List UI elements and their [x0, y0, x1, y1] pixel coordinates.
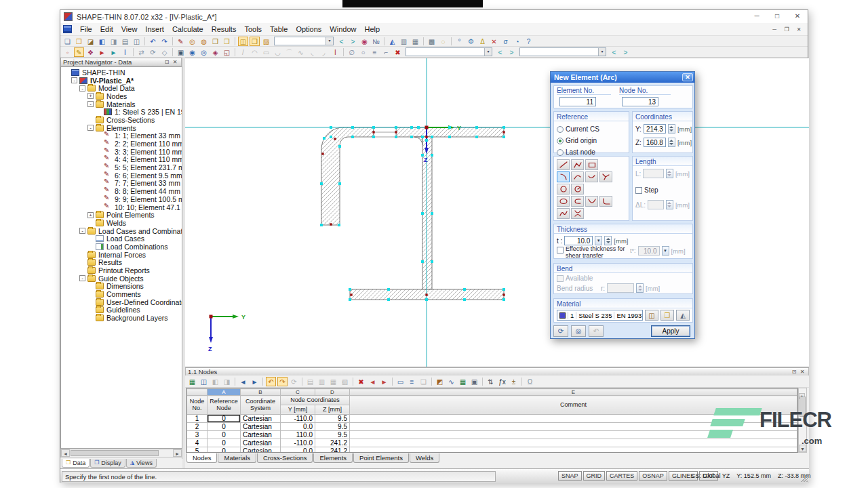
cell-r3-c1[interactable]: 0: [208, 430, 241, 439]
panel-toggle-icon[interactable]: ▭: [395, 377, 406, 386]
tree-item[interactable]: +Point Elements: [61, 211, 182, 219]
node-marker[interactable]: [502, 131, 505, 133]
table-copy-icon[interactable]: ◨: [222, 377, 232, 386]
view-warning-icon[interactable]: Δ: [477, 37, 488, 46]
row-insert-icon[interactable]: ◄: [238, 377, 248, 386]
corner-arc-tool-button[interactable]: [599, 196, 612, 207]
scroll-thumb[interactable]: [71, 450, 159, 456]
handle-marker[interactable]: [475, 126, 478, 129]
chevron-down-icon[interactable]: ▾: [484, 48, 492, 56]
menu-insert[interactable]: Insert: [141, 24, 168, 35]
cell-r1-c1[interactable]: 0: [208, 414, 241, 422]
delete-guides-icon[interactable]: ✖: [393, 47, 403, 57]
cell-r5-c5[interactable]: [350, 447, 797, 453]
row-append-icon[interactable]: ►: [250, 377, 260, 386]
formula-fx-icon[interactable]: ƒx: [497, 377, 507, 386]
material-combo-box[interactable]: 1 Steel S 235 EN 1993-1-1:200! ▾: [557, 310, 643, 321]
expander-icon[interactable]: -: [79, 85, 85, 92]
radio-grid-origin[interactable]: [557, 138, 564, 144]
node-marker[interactable]: [350, 293, 352, 296]
menu-edit[interactable]: Edit: [96, 24, 117, 35]
bend-radius-field[interactable]: [607, 283, 634, 293]
delete-rows-icon[interactable]: ✖: [356, 377, 366, 386]
guide-corner-icon[interactable]: ⌐: [381, 47, 391, 57]
navigator-tab-display[interactable]: ❐Display: [90, 459, 125, 468]
snap-point-icon[interactable]: ◦: [62, 47, 73, 57]
new-material-icon[interactable]: ❒: [660, 310, 674, 321]
row-header-4[interactable]: 4: [187, 439, 208, 447]
handle-marker[interactable]: [323, 137, 326, 140]
view-mode-3-icon[interactable]: ▦: [328, 377, 338, 386]
edit-section-icon[interactable]: ✎: [176, 37, 186, 46]
tree-item[interactable]: Welds: [61, 219, 182, 227]
save-icon[interactable]: ◧: [97, 37, 107, 46]
elem-line-icon[interactable]: /: [238, 47, 248, 57]
guide-circle-icon[interactable]: ○: [358, 47, 368, 57]
layers-icon[interactable]: ≡: [370, 47, 380, 57]
close-icon[interactable]: ✕: [798, 369, 806, 375]
node-marker[interactable]: [321, 152, 323, 155]
polyline-tool-button[interactable]: [571, 159, 584, 170]
table-goto-icon[interactable]: ▦: [187, 377, 197, 386]
handle-marker[interactable]: [387, 288, 390, 291]
ellipse-tool-button[interactable]: [557, 196, 570, 207]
handle-marker[interactable]: [395, 136, 397, 138]
tree-item[interactable]: 5: 5; Element 231.7 mm: [61, 163, 182, 171]
tree-item[interactable]: Comments: [61, 290, 182, 298]
menu-help[interactable]: Help: [360, 24, 384, 35]
cell-r5-c4[interactable]: 241.2: [315, 447, 350, 453]
arc-c-tool-button[interactable]: [571, 196, 584, 207]
reference-option[interactable]: Grid origin: [554, 137, 629, 144]
tree-item[interactable]: Printout Reports: [61, 266, 182, 274]
help-pick-icon[interactable]: ?: [524, 37, 534, 46]
handle-marker[interactable]: [502, 136, 505, 138]
export-ods-icon[interactable]: ▣: [469, 377, 479, 386]
tree-item[interactable]: 8: 8; Element 44 mm: [61, 187, 182, 195]
handle-marker[interactable]: [349, 298, 351, 301]
step-checkbox[interactable]: [635, 187, 642, 194]
node-tool-icon[interactable]: ❖: [85, 47, 96, 57]
elem-corner-left-icon[interactable]: ◟: [307, 47, 317, 57]
sync-graphic-icon[interactable]: ∿: [446, 377, 456, 386]
tree-item[interactable]: 3: 3; Element 110 mm: [61, 148, 182, 156]
cell-r1-c2[interactable]: Cartesian: [241, 414, 281, 422]
y-coordinate-field[interactable]: 214.3: [644, 124, 666, 134]
radio-last-node[interactable]: [557, 149, 564, 156]
chevron-down-icon[interactable]: ▾: [598, 48, 606, 56]
handle-marker[interactable]: [475, 136, 478, 138]
reference-option[interactable]: Last node: [554, 148, 629, 156]
toggle-grid[interactable]: GRID: [583, 471, 606, 481]
reference-option[interactable]: Current CS: [554, 125, 629, 133]
print-table-icon[interactable]: ▦: [410, 37, 420, 46]
resize-grip[interactable]: [801, 475, 808, 482]
circle-tool-button[interactable]: [557, 184, 570, 195]
tree-item[interactable]: 7: 7; Element 33 mm: [61, 180, 182, 188]
cell-r4-c5[interactable]: [350, 439, 797, 447]
drawing-combo-box[interactable]: ▾: [406, 47, 492, 56]
elem-wave-icon[interactable]: ∿: [296, 47, 306, 57]
menu-file[interactable]: File: [76, 24, 96, 35]
scroll-thumb[interactable]: [800, 396, 806, 417]
mdi-restore-icon[interactable]: ❐: [782, 26, 791, 33]
save-as-icon[interactable]: ◨: [108, 37, 119, 46]
node-marker[interactable]: [425, 293, 427, 296]
tree-item[interactable]: -Elements: [61, 124, 182, 132]
expander-icon[interactable]: -: [87, 125, 94, 131]
table-tab-cross-sections[interactable]: Cross-Sections: [257, 453, 313, 463]
row-header-3[interactable]: 3: [187, 430, 208, 439]
handle-marker[interactable]: [421, 154, 424, 157]
new-window-icon[interactable]: ❐: [210, 37, 220, 46]
node-no-field[interactable]: 13: [622, 97, 658, 106]
cell-r5-c3[interactable]: 0.0: [281, 447, 315, 453]
expander-icon[interactable]: +: [87, 212, 94, 218]
print-graphic-icon[interactable]: ▥: [399, 37, 409, 46]
dialog-close-icon[interactable]: ✕: [682, 73, 693, 81]
close-icon[interactable]: ✕: [787, 10, 808, 23]
comment-tool-icon[interactable]: ▨: [261, 37, 271, 46]
circle-center-tool-button[interactable]: [571, 184, 584, 195]
effective-thickness-checkbox[interactable]: [557, 247, 564, 253]
handle-marker[interactable]: [463, 288, 466, 291]
chevron-down-icon[interactable]: ▼: [595, 236, 602, 245]
expander-icon[interactable]: +: [87, 93, 94, 99]
scroll-down-icon[interactable]: ▼: [799, 445, 806, 452]
